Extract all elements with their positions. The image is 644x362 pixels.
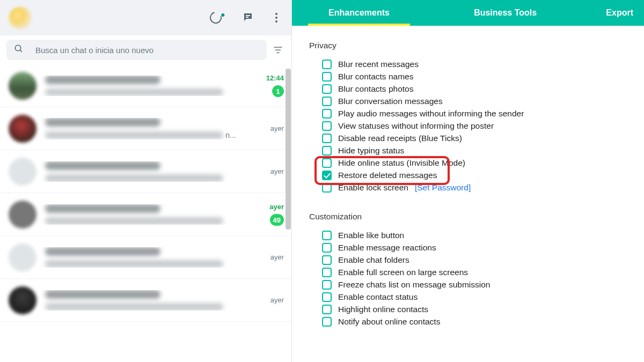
option-label: Enable like button <box>338 231 404 240</box>
checkbox[interactable] <box>322 84 332 94</box>
chat-time: ayer <box>269 203 284 211</box>
search-icon <box>14 44 24 56</box>
chat-preview <box>36 76 255 96</box>
option-label: View statuses without informing the post… <box>338 121 494 131</box>
checkbox[interactable] <box>322 255 332 265</box>
checkbox[interactable] <box>322 317 332 327</box>
option-label: Enable full screen on large screens <box>338 268 468 277</box>
chat-row[interactable]: ayer <box>0 279 291 322</box>
chat-avatar <box>9 201 36 228</box>
tab-label: Enhancements <box>328 8 390 18</box>
privacy-option[interactable]: Play audio messages without informing th… <box>322 107 644 120</box>
chat-row[interactable]: ayer49 <box>0 193 291 236</box>
option-label: Enable chat folders <box>338 255 409 265</box>
settings-pane: Enhancements Business Tools Export Priva… <box>292 0 644 362</box>
svg-rect-5 <box>275 49 281 50</box>
option-label: Enable lock screen <box>338 183 408 193</box>
customization-option[interactable]: Freeze chats list on message submission <box>322 278 644 291</box>
tab-export[interactable]: Export <box>584 0 644 26</box>
search-box[interactable] <box>6 40 267 60</box>
chat-preview: n... <box>36 118 255 139</box>
privacy-option[interactable]: View statuses without informing the post… <box>322 120 644 132</box>
checkbox[interactable] <box>322 243 332 253</box>
chat-row[interactable]: 12:441 <box>0 64 291 107</box>
chat-row[interactable]: ayer <box>0 150 291 193</box>
option-label: Blur contacts names <box>338 72 413 82</box>
section-title-customization: Customization <box>309 212 644 221</box>
option-label: Play audio messages without informing th… <box>338 109 524 119</box>
chat-preview-trail: n... <box>225 131 236 139</box>
privacy-option[interactable]: Blur conversation messages <box>322 95 644 107</box>
unread-badge: 1 <box>272 85 284 97</box>
chat-avatar <box>9 158 36 186</box>
customization-option[interactable]: Notify about online contacts <box>322 315 644 328</box>
option-label: Notify about online contacts <box>338 317 440 327</box>
checkbox[interactable] <box>322 171 332 180</box>
svg-rect-0 <box>246 15 250 16</box>
chat-preview <box>36 161 255 182</box>
privacy-option[interactable]: Blur recent messages <box>322 58 644 70</box>
search-row <box>0 35 291 64</box>
checkbox[interactable] <box>322 60 332 69</box>
customization-option[interactable]: Enable chat folders <box>322 254 644 266</box>
option-label: Disable read receipts (Blue Ticks) <box>338 134 462 143</box>
tab-business-tools[interactable]: Business Tools <box>426 0 584 26</box>
privacy-option[interactable]: Blur contacts photos <box>322 83 644 95</box>
option-label: Blur recent messages <box>338 60 419 69</box>
chat-row[interactable]: n...ayer <box>0 107 291 150</box>
chat-row[interactable]: ayer <box>0 236 291 279</box>
customization-option[interactable]: Enable full screen on large screens <box>322 266 644 278</box>
svg-line-3 <box>20 50 22 52</box>
checkbox[interactable] <box>322 121 332 131</box>
settings-body: Privacy Blur recent messagesBlur contact… <box>292 26 644 362</box>
checkbox[interactable] <box>322 292 332 302</box>
chat-time: ayer <box>270 167 284 175</box>
svg-rect-1 <box>246 17 248 18</box>
chat-preview <box>36 290 255 311</box>
status-icon[interactable] <box>210 12 222 24</box>
new-chat-icon[interactable] <box>242 11 255 24</box>
option-label: Highlight online contacts <box>338 305 428 314</box>
checkbox[interactable] <box>322 268 332 277</box>
privacy-option[interactable]: Hide online status (Invisible Mode) <box>322 157 644 169</box>
scrollbar[interactable] <box>285 69 291 358</box>
checkbox[interactable] <box>322 109 332 119</box>
set-password-link[interactable]: [Set Password] <box>415 183 471 193</box>
search-input[interactable] <box>35 46 259 55</box>
tab-enhancements[interactable]: Enhancements <box>292 0 426 26</box>
customization-option[interactable]: Enable message reactions <box>322 241 644 254</box>
chat-time: ayer <box>270 253 284 261</box>
tab-label: Business Tools <box>474 8 537 18</box>
privacy-option[interactable]: Restore deleted messages <box>322 169 644 181</box>
svg-point-2 <box>15 45 21 51</box>
privacy-option[interactable]: Blur contacts names <box>322 70 644 83</box>
checkbox[interactable] <box>322 280 332 290</box>
menu-icon[interactable] <box>275 13 277 23</box>
chat-sidebar: 12:441n...ayerayerayer49ayerayer <box>0 0 292 362</box>
checkbox[interactable] <box>322 97 332 106</box>
option-label: Blur contacts photos <box>338 84 413 94</box>
filter-icon[interactable] <box>271 45 285 55</box>
chat-avatar <box>9 243 36 271</box>
privacy-option[interactable]: Enable lock screen [Set Password] <box>322 181 644 194</box>
checkbox[interactable] <box>322 134 332 143</box>
checkbox[interactable] <box>322 146 332 156</box>
chat-list: 12:441n...ayerayerayer49ayerayer <box>0 64 291 362</box>
chat-time: ayer <box>270 296 284 304</box>
option-label: Hide online status (Invisible Mode) <box>338 158 465 168</box>
option-label: Enable contact status <box>338 292 418 302</box>
privacy-option[interactable]: Disable read receipts (Blue Ticks) <box>322 132 644 144</box>
tab-bar: Enhancements Business Tools Export <box>292 0 644 26</box>
privacy-option[interactable]: Hide typing status <box>322 144 644 157</box>
option-label: Freeze chats list on message submission <box>338 280 490 290</box>
checkbox[interactable] <box>322 231 332 240</box>
customization-option[interactable]: Enable like button <box>322 229 644 241</box>
checkbox[interactable] <box>322 305 332 314</box>
customization-option[interactable]: Enable contact status <box>322 291 644 303</box>
checkbox[interactable] <box>322 158 332 168</box>
checkbox[interactable] <box>322 183 332 193</box>
sidebar-header <box>0 0 291 35</box>
my-avatar[interactable] <box>9 6 32 29</box>
customization-option[interactable]: Highlight online contacts <box>322 303 644 315</box>
checkbox[interactable] <box>322 72 332 82</box>
